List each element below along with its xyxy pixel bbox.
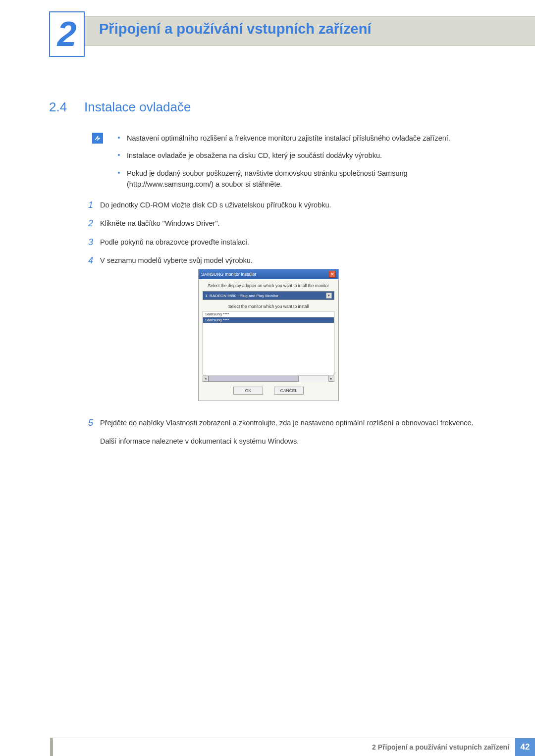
adapter-label: Select the display adapter on which you … [203,283,334,288]
step-item: 1 Do jednotky CD-ROM vložte disk CD s už… [88,200,475,211]
note-list: Nastavení optimálního rozlišení a frekve… [118,133,475,197]
monitor-list[interactable]: Samsung **** Samsung **** [203,311,334,375]
note-item: Nastavení optimálního rozlišení a frekve… [118,133,475,144]
scroll-left-icon[interactable]: ◂ [203,376,209,382]
note-text: Pokud je dodaný soubor poškozený, navšti… [127,169,408,188]
horizontal-scrollbar[interactable]: ◂ ▸ [203,375,334,382]
scroll-thumb[interactable] [209,376,299,382]
note-icon [92,133,103,144]
step-item: 2 Klikněte na tlačítko "Windows Driver". [88,218,475,229]
step-item: 5 Přejděte do nabídky Vlastnosti zobraze… [88,417,475,454]
scroll-right-icon[interactable]: ▸ [328,376,334,382]
step-number: 3 [88,237,100,248]
step-text: Klikněte na tlačítko "Windows Driver". [100,218,220,229]
step-text: Další informace naleznete v dokumentaci … [100,436,299,447]
chevron-down-icon[interactable]: ▾ [326,293,332,299]
scroll-track[interactable] [209,376,328,382]
step-text: Přejděte do nabídky Vlastnosti zobrazení… [100,417,474,429]
note-item: Instalace ovladače je obsažena na disku … [118,150,475,161]
chapter-number-box: 2 [49,11,85,57]
footer-text: 2 Připojení a používání vstupních zaříze… [372,743,509,751]
section-title: Instalace ovladače [84,100,191,115]
chapter-title: Připojení a používání vstupních zařízení [99,21,372,37]
installer-dialog: SAMSUNG monitor installer ✕ Select the d… [198,269,339,401]
note-item: Pokud je dodaný soubor poškozený, navšti… [118,168,475,190]
dialog-buttons: OK CANCEL [203,382,334,397]
step-text: Do jednotky CD-ROM vložte disk CD s uživ… [100,200,331,211]
step-text: Podle pokynů na obrazovce proveďte insta… [100,237,249,248]
chapter-number: 2 [57,17,77,51]
list-item[interactable]: Samsung **** [203,311,334,317]
page-number: 42 [515,738,535,756]
adapter-value: 1. RADEON 9550 : Plug and Play Monitor [205,294,278,298]
step-item: 3 Podle pokynů na obrazovce proveďte ins… [88,237,475,248]
steps-list: 1 Do jednotky CD-ROM vložte disk CD s už… [88,200,475,274]
ok-button[interactable]: OK [233,387,263,395]
list-item[interactable]: Samsung **** [203,317,334,323]
cancel-button[interactable]: CANCEL [274,387,304,395]
adapter-dropdown[interactable]: 1. RADEON 9550 : Plug and Play Monitor ▾ [203,291,334,300]
step-number: 4 [88,255,100,266]
note-text: Nastavení optimálního rozlišení a frekve… [127,134,450,142]
dialog-body: Select the display adapter on which you … [199,279,338,401]
dialog-title: SAMSUNG monitor installer [201,272,257,277]
monitor-label: Select the monitor which you want to ins… [203,304,334,309]
note-text: Instalace ovladače je obsažena na disku … [127,151,382,159]
step-number: 5 [88,417,100,429]
step-number: 1 [88,200,100,211]
step-number: 2 [88,218,100,229]
section-number: 2.4 [49,100,67,115]
step-text: V seznamu modelů vyberte svůj model výro… [100,255,253,266]
dialog-titlebar: SAMSUNG monitor installer ✕ [199,269,338,279]
footer: 2 Připojení a používání vstupních zaříze… [0,738,535,756]
step-item: 4 V seznamu modelů vyberte svůj model vý… [88,255,475,266]
close-icon[interactable]: ✕ [329,271,336,278]
